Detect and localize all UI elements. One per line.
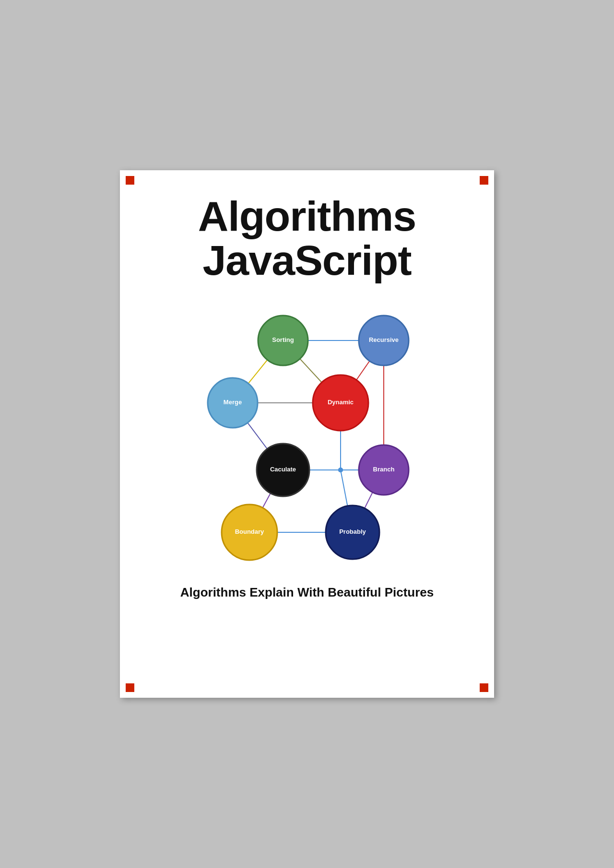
node-label-probably: Probably [339,528,366,535]
title-block: Algorithms JavaScript [198,194,416,283]
subtitle: Algorithms Explain With Beautiful Pictur… [176,585,439,600]
edge-dot-start-10 [338,468,343,472]
node-boundary: Boundary [222,504,277,560]
corner-decoration-br [480,683,488,692]
node-recursive: Recursive [359,316,409,365]
node-label-branch: Branch [373,466,395,473]
node-branch: Branch [359,445,409,495]
node-label-dynamic: Dynamic [328,399,354,406]
node-calculate: Caculate [257,444,309,496]
nodes-group: SortingRecursiveMergeDynamicCaculateBran… [208,316,409,560]
node-merge: Merge [208,378,258,428]
node-label-merge: Merge [224,399,242,406]
node-label-boundary: Boundary [235,528,264,535]
node-label-recursive: Recursive [369,336,399,343]
title-line1: Algorithms [198,194,416,238]
title-line2: JavaScript [198,238,416,282]
algorithm-diagram: SortingRecursiveMergeDynamicCaculateBran… [173,297,441,566]
node-dynamic: Dynamic [313,375,368,431]
corner-decoration-bl [126,683,134,692]
corner-decoration-tl [126,176,134,185]
corner-decoration-tr [480,176,488,185]
page: Algorithms JavaScript SortingRecursiveMe… [120,170,494,698]
diagram-container: SortingRecursiveMergeDynamicCaculateBran… [139,297,475,566]
node-sorting: Sorting [258,316,308,365]
node-probably: Probably [326,505,379,559]
node-label-calculate: Caculate [270,466,296,473]
node-label-sorting: Sorting [272,336,294,343]
